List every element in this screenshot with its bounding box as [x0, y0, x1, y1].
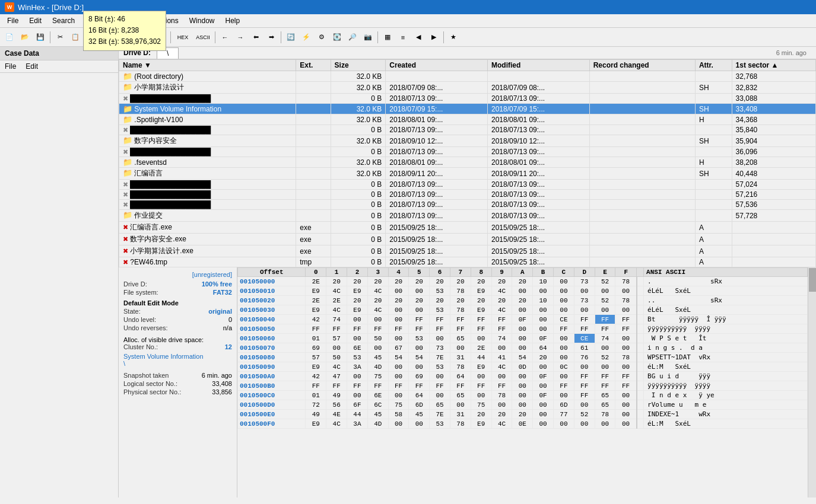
hex-row[interactable]: 0010500404274000000FFFFFFFFFF0F00CEFFFFF…	[238, 315, 808, 324]
hex-byte[interactable]: 00	[388, 315, 409, 324]
hex-byte[interactable]: 78	[450, 362, 471, 372]
menu-help[interactable]: Help	[220, 15, 245, 26]
table-row[interactable]: ✖ ?EW46.tmp tmp 0 B 2015/09/25 18:... 20…	[119, 257, 816, 267]
hex-byte[interactable]: 00	[533, 419, 554, 429]
hex-byte[interactable]: 77	[554, 410, 574, 419]
hex-byte[interactable]: 00	[574, 362, 595, 372]
hex-byte[interactable]: FF	[450, 381, 471, 391]
tb-ascii[interactable]: ASCII	[193, 30, 212, 44]
hex-byte[interactable]: 00	[533, 400, 554, 410]
hex-byte[interactable]: 00	[615, 410, 637, 419]
hex-byte[interactable]: FF	[388, 381, 409, 391]
hex-byte[interactable]: FF	[615, 372, 637, 381]
hex-byte[interactable]: 00	[512, 381, 533, 391]
hex-byte[interactable]: FF	[347, 381, 368, 391]
hex-byte[interactable]: 01	[306, 391, 326, 400]
tb-list[interactable]: ≡	[396, 30, 410, 44]
hex-byte[interactable]: 00	[388, 286, 409, 296]
tb-cam[interactable]: 📷	[361, 30, 375, 44]
table-row[interactable]: 📁 作业提交 0 B 2018/07/13 09:... 2018/07/13 …	[119, 210, 816, 222]
hex-row[interactable]: 0010500E0494E444558457E31202020007752780…	[238, 410, 808, 419]
hex-byte[interactable]: 00	[347, 391, 368, 400]
hex-byte[interactable]: 4C	[491, 305, 512, 315]
tb-nav-fwd[interactable]: →	[233, 30, 247, 44]
hex-byte[interactable]: 20	[409, 296, 430, 305]
hex-byte[interactable]: FF	[471, 324, 491, 334]
hex-byte[interactable]: FF	[430, 324, 450, 334]
table-row[interactable]: ✖ ████████████████ 0 B 2018/07/13 09:...…	[119, 200, 816, 210]
hex-byte[interactable]: 74	[595, 334, 615, 343]
hex-byte[interactable]: 64	[533, 343, 554, 353]
table-row[interactable]: 📁 .fseventsd 32.0 KB 2018/08/01 09:... 2…	[119, 157, 816, 168]
hex-byte[interactable]: 4E	[326, 410, 347, 419]
hex-byte[interactable]: 10	[533, 277, 554, 286]
hex-byte[interactable]: 45	[367, 353, 388, 362]
hex-byte[interactable]: 00	[615, 391, 637, 400]
hex-byte[interactable]: 00	[388, 334, 409, 343]
hex-byte[interactable]: 00	[471, 372, 491, 381]
hex-byte[interactable]: 20	[347, 296, 368, 305]
table-row[interactable]: 📁 System Volume Information 32.0 KB 2018…	[119, 104, 816, 114]
hex-byte[interactable]: 00	[367, 315, 388, 324]
hex-byte[interactable]: 6E	[367, 391, 388, 400]
hex-row[interactable]: 00105006001570050005300650074000F00CE740…	[238, 334, 808, 343]
hex-row[interactable]: 001050030E94CE94C00005378E94C00000000000…	[238, 305, 808, 315]
col-ext[interactable]: Ext.	[296, 60, 331, 71]
tb-nav-back[interactable]: ←	[218, 30, 232, 44]
tb-options[interactable]: ⚙	[315, 30, 329, 44]
hex-byte[interactable]: 20	[430, 296, 450, 305]
hex-byte[interactable]: 00	[388, 419, 409, 429]
hex-byte[interactable]: 0F	[533, 334, 554, 343]
col-name[interactable]: Name ▼	[119, 60, 296, 71]
tb-disk[interactable]: 💽	[330, 30, 344, 44]
hex-byte[interactable]: 00	[512, 324, 533, 334]
hex-byte[interactable]: 00	[554, 419, 574, 429]
table-row[interactable]: 📁 .Spotlight-V100 32.0 KB 2018/08/01 09:…	[119, 114, 816, 125]
hex-byte[interactable]: FF	[347, 324, 368, 334]
hex-byte[interactable]: FF	[615, 315, 637, 324]
table-row[interactable]: 📁 小学期算法设计 32.0 KB 2018/07/09 08:... 2018…	[119, 82, 816, 94]
hex-byte[interactable]: 20	[409, 277, 430, 286]
hex-byte[interactable]: 0C	[554, 362, 574, 372]
tb-save[interactable]: 💾	[33, 30, 47, 44]
hex-byte[interactable]: 2E	[306, 277, 326, 286]
hex-byte[interactable]: 20	[491, 296, 512, 305]
hex-row[interactable]: 001050090E94C3A4D00005378E94C0D000C00000…	[238, 362, 808, 372]
hex-byte[interactable]: 4D	[367, 419, 388, 429]
hex-row[interactable]: 001050050FFFFFFFFFFFFFFFFFFFF0000FFFFFFF…	[238, 324, 808, 334]
hex-byte[interactable]: 4C	[491, 362, 512, 372]
hex-byte[interactable]: 65	[430, 400, 450, 410]
tb-copy[interactable]: 📋	[68, 30, 82, 44]
col-created[interactable]: Created	[386, 60, 488, 71]
col-size[interactable]: Size	[331, 60, 386, 71]
hex-byte[interactable]: 20	[491, 410, 512, 419]
hex-byte[interactable]: 2E	[306, 296, 326, 305]
hex-byte[interactable]: 00	[574, 286, 595, 296]
hex-byte[interactable]: 00	[554, 277, 574, 286]
hex-byte[interactable]: E9	[306, 305, 326, 315]
hex-byte[interactable]: FF	[574, 381, 595, 391]
hex-byte[interactable]: 00	[409, 286, 430, 296]
hex-byte[interactable]: 00	[615, 305, 637, 315]
hex-byte[interactable]: 6F	[347, 400, 368, 410]
hex-byte[interactable]: 20	[471, 410, 491, 419]
hex-byte[interactable]: FF	[595, 381, 615, 391]
hex-byte[interactable]: 31	[450, 410, 471, 419]
hex-scroll-thumb[interactable]	[809, 268, 816, 292]
tb-open[interactable]: 📂	[18, 30, 32, 44]
hex-byte[interactable]: FF	[574, 391, 595, 400]
hex-byte[interactable]: 75	[388, 400, 409, 410]
hex-byte[interactable]: 20	[512, 296, 533, 305]
table-row[interactable]: 📁 汇编语言 32.0 KB 2018/09/11 20:... 2018/09…	[119, 168, 816, 180]
hex-byte[interactable]: 20	[367, 296, 388, 305]
hex-byte[interactable]: E9	[306, 419, 326, 429]
hex-byte[interactable]: 6C	[367, 400, 388, 410]
table-row[interactable]: ✖ 数字内容安全.exe exe 0 B 2015/09/25 18:... 2…	[119, 234, 816, 245]
hex-byte[interactable]: 65	[450, 334, 471, 343]
hex-row[interactable]: 0010500C00149006E006400650078000F00FF650…	[238, 391, 808, 400]
hex-byte[interactable]: 67	[388, 343, 409, 353]
hex-row[interactable]: 001050010E94CE94C00005378E94C00000000000…	[238, 286, 808, 296]
hex-byte[interactable]: FF	[367, 381, 388, 391]
hex-byte[interactable]: 20	[512, 277, 533, 286]
hex-byte[interactable]: 00	[574, 400, 595, 410]
